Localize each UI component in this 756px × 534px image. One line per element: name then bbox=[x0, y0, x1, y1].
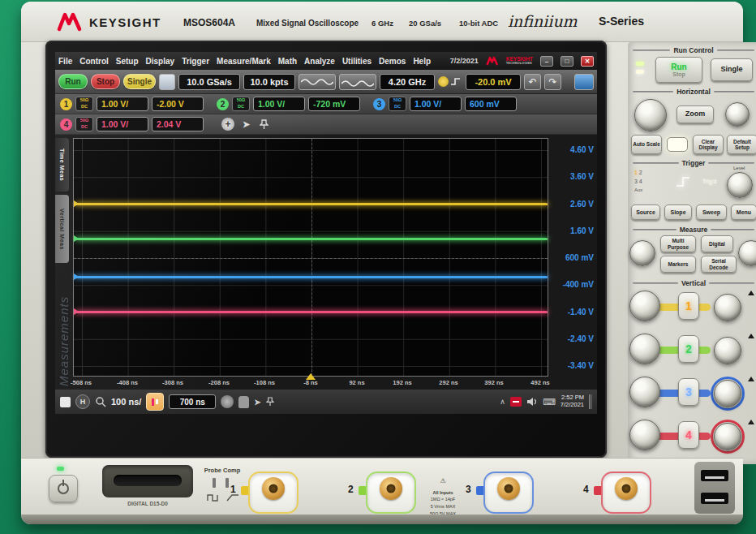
marker-position-knob[interactable] bbox=[738, 240, 756, 266]
trigger-slope-button[interactable]: Slope bbox=[664, 205, 692, 220]
keyboard-icon[interactable]: ⌨ bbox=[543, 397, 556, 407]
desktop-icon[interactable] bbox=[60, 397, 71, 407]
ch2-offset-knob[interactable] bbox=[714, 337, 741, 364]
ch2-enable-button[interactable]: 2 bbox=[678, 335, 699, 363]
trace-channel-3[interactable] bbox=[75, 276, 548, 278]
trigger-source-button[interactable]: Source bbox=[631, 205, 660, 220]
ch4-offset[interactable]: 2.04 V bbox=[152, 117, 204, 131]
menu-utilities[interactable]: Utilities bbox=[342, 57, 372, 66]
trigger-level-knob[interactable] bbox=[727, 172, 753, 198]
touch-toggle[interactable] bbox=[574, 74, 594, 90]
intensity-button[interactable] bbox=[667, 137, 688, 152]
next-arrow-icon[interactable]: ➤ bbox=[254, 398, 260, 407]
markers-button[interactable]: Markers bbox=[660, 256, 696, 273]
trace-channel-4[interactable] bbox=[75, 311, 548, 313]
menu-demos[interactable]: Demos bbox=[379, 57, 406, 66]
menu-setup[interactable]: Setup bbox=[116, 57, 139, 66]
touch-blank-button[interactable] bbox=[159, 74, 175, 90]
stop-button[interactable]: Stop bbox=[91, 74, 120, 89]
ch4-offset-knob[interactable] bbox=[714, 423, 741, 450]
ch1-offset[interactable]: -2.00 V bbox=[152, 97, 204, 111]
multi-purpose-button[interactable]: Multi Purpose bbox=[660, 235, 696, 252]
undo-icon[interactable]: ↶ bbox=[524, 74, 541, 90]
ch1-coupling[interactable]: 50ΩDC bbox=[75, 97, 93, 111]
ch4-badge[interactable]: 4 bbox=[60, 118, 72, 131]
ch3-scale[interactable]: 1.00 V/ bbox=[410, 97, 462, 111]
waveform-mode-icon[interactable] bbox=[299, 74, 336, 90]
waveform-mode2-icon[interactable] bbox=[339, 74, 376, 90]
trace-channel-2[interactable] bbox=[75, 238, 548, 240]
ch2-coupling[interactable]: 50ΩDC bbox=[232, 97, 250, 111]
digital-button[interactable]: Digital bbox=[701, 235, 733, 252]
maximize-button[interactable]: □ bbox=[561, 56, 573, 67]
tab-time-meas[interactable]: Time Meas bbox=[55, 138, 69, 192]
autoscale-button[interactable]: Auto Scale bbox=[631, 135, 662, 154]
trigger-level-readout[interactable]: -20.0 mV bbox=[466, 74, 521, 90]
trigger-time-marker[interactable] bbox=[306, 373, 316, 380]
graticule[interactable] bbox=[73, 138, 548, 377]
cursor-knob[interactable] bbox=[629, 240, 655, 266]
trigger-sweep-button[interactable]: Sweep bbox=[696, 205, 727, 220]
minimize-button[interactable]: – bbox=[540, 56, 553, 67]
ch4-enable-button[interactable]: 4 bbox=[678, 421, 699, 449]
redo-icon[interactable]: ↷ bbox=[544, 74, 561, 90]
menu-help[interactable]: Help bbox=[413, 57, 431, 66]
horizontal-scale-icon[interactable]: H bbox=[75, 394, 90, 409]
hscale-readout[interactable]: 100 ns/ bbox=[111, 397, 141, 407]
zoom-tool-icon[interactable] bbox=[95, 396, 106, 407]
speaker-icon[interactable] bbox=[526, 397, 538, 407]
horizontal-delay-icon[interactable] bbox=[146, 393, 164, 411]
ch3-scale-knob[interactable] bbox=[629, 377, 660, 407]
close-button[interactable]: ✕ bbox=[581, 56, 594, 67]
show-desktop-button[interactable] bbox=[589, 394, 592, 409]
ch1-offset-knob[interactable] bbox=[714, 294, 741, 321]
bandwidth-readout[interactable]: 4.20 GHz bbox=[380, 74, 435, 90]
run-button[interactable]: Run bbox=[58, 74, 88, 89]
pin-icon[interactable] bbox=[260, 119, 268, 130]
menu-trigger[interactable]: Trigger bbox=[182, 57, 209, 66]
trigger-source-icon[interactable] bbox=[438, 76, 462, 87]
acquire-icon[interactable] bbox=[221, 395, 234, 408]
trigger-menu-button[interactable]: Menu bbox=[731, 205, 756, 220]
horizontal-scale-knob[interactable] bbox=[634, 99, 667, 131]
tray-app-icon[interactable] bbox=[510, 397, 522, 407]
ch1-badge[interactable]: 1 bbox=[60, 98, 72, 110]
hdelay-readout[interactable]: 700 ns bbox=[169, 394, 216, 409]
ch3-offset[interactable]: 600 mV bbox=[465, 97, 517, 111]
menu-control[interactable]: Control bbox=[79, 57, 109, 66]
expand-arrow-icon[interactable]: ➤ bbox=[243, 119, 250, 130]
ch3-offset-knob[interactable] bbox=[714, 380, 741, 407]
clear-display-button[interactable]: Clear Display bbox=[693, 135, 724, 154]
ch2-scale-knob[interactable] bbox=[629, 334, 660, 364]
user-icon[interactable] bbox=[238, 396, 249, 408]
memory-depth-readout[interactable]: 10.0 kpts bbox=[243, 74, 295, 90]
ch2-badge[interactable]: 2 bbox=[217, 98, 229, 110]
ch4-scale[interactable]: 1.00 V/ bbox=[97, 117, 148, 131]
ch3-coupling[interactable]: 50ΩDC bbox=[389, 97, 406, 111]
ch4-coupling[interactable]: 50ΩDC bbox=[75, 117, 93, 131]
default-setup-button[interactable]: Default Setup bbox=[727, 135, 756, 154]
menu-math[interactable]: Math bbox=[278, 57, 297, 66]
sample-rate-readout[interactable]: 10.0 GSa/s bbox=[178, 74, 240, 90]
ch4-scale-knob[interactable] bbox=[629, 420, 660, 450]
ch1-enable-button[interactable]: 1 bbox=[678, 292, 699, 320]
ch3-enable-button[interactable]: 3 bbox=[678, 378, 699, 406]
ch1-scale-knob[interactable] bbox=[629, 291, 660, 321]
menu-file[interactable]: File bbox=[58, 57, 72, 66]
menu-analyze[interactable]: Analyze bbox=[304, 57, 335, 66]
menu-measure-mark[interactable]: Measure/Mark bbox=[217, 57, 271, 66]
trace-channel-1[interactable] bbox=[75, 203, 548, 205]
single-button-panel[interactable]: Single bbox=[711, 58, 753, 81]
statusbar-pin-icon[interactable] bbox=[266, 397, 274, 407]
ch2-scale[interactable]: 1.00 V/ bbox=[253, 97, 305, 111]
ch3-badge[interactable]: 3 bbox=[373, 98, 385, 110]
ch1-scale[interactable]: 1.00 V/ bbox=[97, 97, 148, 111]
ch2-offset[interactable]: -720 mV bbox=[308, 97, 360, 111]
tray-expand-icon[interactable]: ∧ bbox=[500, 398, 505, 406]
horizontal-position-knob[interactable] bbox=[725, 102, 750, 127]
power-button[interactable] bbox=[49, 475, 78, 502]
zoom-button[interactable]: Zoom bbox=[677, 106, 714, 123]
single-button[interactable]: Single bbox=[123, 74, 156, 89]
serial-decode-button[interactable]: Serial Decode bbox=[701, 256, 737, 273]
run-stop-button[interactable]: Run Stop bbox=[655, 57, 702, 83]
